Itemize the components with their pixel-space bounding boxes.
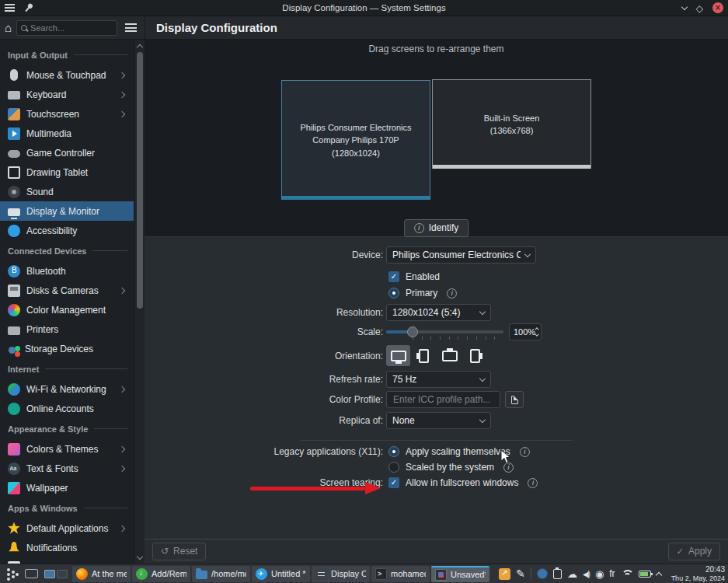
task-system-settings[interactable]: Display Co... <box>312 566 370 582</box>
search-input[interactable] <box>30 23 113 33</box>
reset-button[interactable]: Reset <box>152 543 206 560</box>
tray-status-icon[interactable] <box>537 568 548 579</box>
application-launcher-icon[interactable] <box>3 566 20 582</box>
primary-radio[interactable] <box>388 288 399 298</box>
colors-themes-icon <box>8 443 20 456</box>
sidebar-item-multimedia[interactable]: Multimedia <box>0 124 134 143</box>
close-icon[interactable] <box>712 2 723 13</box>
screen-arrangement-area: Drag screens to re-arrange them Philips … <box>145 40 728 237</box>
tray-expand-icon[interactable] <box>657 571 661 578</box>
identify-button[interactable]: Identify <box>404 219 469 237</box>
pin-icon[interactable] <box>23 2 36 15</box>
sidebar-item-default-applications[interactable]: Default Applications <box>0 518 134 538</box>
digital-clock[interactable]: 20:43 Thu 2, May, 2024 <box>671 565 725 582</box>
tray-annotate-icon[interactable] <box>516 567 525 580</box>
sidebar-item-wifi-networking[interactable]: Wi-Fi & Networking <box>0 379 134 399</box>
sidebar-item-printers[interactable]: Printers <box>0 319 134 339</box>
task-screen-recorder[interactable]: Unsaved* ... <box>431 566 489 582</box>
spin-down-icon[interactable] <box>535 332 539 337</box>
browse-file-button[interactable] <box>505 391 524 408</box>
mouse-icon <box>10 69 18 81</box>
color-profile-input[interactable] <box>386 391 500 408</box>
replica-of-dropdown[interactable]: None <box>386 412 491 429</box>
screen-built-in[interactable]: Built-in Screen (1366x768) <box>432 79 591 169</box>
sidebar-item-display-monitor[interactable]: Display & Monitor <box>0 201 134 221</box>
apply-button[interactable]: Apply <box>668 543 720 560</box>
show-desktop-icon[interactable] <box>25 569 38 578</box>
allow-fullscreen-tearing-checkbox[interactable] <box>388 477 399 488</box>
enabled-checkbox[interactable] <box>388 271 399 282</box>
sidebar-item-color-management[interactable]: Color Management <box>0 300 134 319</box>
sidebar-item-touchscreen[interactable]: Touchscreen <box>0 104 134 124</box>
menu-icon[interactable] <box>125 23 137 32</box>
legacy-scaling-themselves-radio[interactable] <box>388 446 399 457</box>
home-icon[interactable] <box>5 21 12 35</box>
sidebar-scrollbar[interactable] <box>134 40 145 564</box>
tray-weather-icon[interactable] <box>567 568 577 580</box>
virtual-desktop-1[interactable] <box>44 570 55 578</box>
monitor-landscape-icon <box>391 351 406 361</box>
primary-info-icon[interactable] <box>447 288 457 298</box>
orientation-portrait-button[interactable] <box>412 345 436 366</box>
monitor-portrait-icon <box>419 349 429 363</box>
keyboard-layout-indicator[interactable]: fr <box>609 568 615 579</box>
virtual-desktop-2[interactable] <box>57 570 68 578</box>
orientation-landscape-flipped-button[interactable] <box>437 345 462 366</box>
legacy-apps-label: Legacy applications (X11): <box>145 446 383 457</box>
refresh-rate-dropdown[interactable]: 75 Hz <box>386 371 491 388</box>
sidebar-item-window-management[interactable]: Window Management <box>0 557 134 564</box>
resolution-dropdown[interactable]: 1280x1024 (5:4) <box>386 304 491 321</box>
sidebar-item-mouse-touchpad[interactable]: Mouse & Touchpad <box>0 65 134 85</box>
sidebar-item-keyboard[interactable]: Keyboard <box>0 85 134 104</box>
sidebar-item-notifications[interactable]: Notifications <box>0 538 134 557</box>
online-accounts-icon <box>8 403 20 415</box>
tray-clipboard-icon[interactable] <box>553 569 562 579</box>
scroll-up-icon[interactable] <box>137 44 143 51</box>
sidebar-item-colors-themes[interactable]: Colors & Themes <box>0 439 134 459</box>
sidebar-item-text-fonts[interactable]: Text & Fonts <box>0 459 134 478</box>
legacy-scaled-by-system-radio[interactable] <box>388 462 399 473</box>
task-terminal[interactable]: mohamed ... <box>371 566 430 582</box>
display-configuration-panel: Drag screens to re-arrange them Philips … <box>145 40 728 564</box>
scroll-down-icon[interactable] <box>137 553 143 560</box>
spin-up-icon[interactable] <box>535 327 539 332</box>
legacy-option1-info-icon[interactable] <box>520 447 530 457</box>
scale-label: Scale: <box>145 326 383 337</box>
orientation-landscape-button[interactable] <box>386 345 410 366</box>
legacy-option2-info-icon[interactable] <box>503 463 514 473</box>
sidebar-item-storage-devices[interactable]: Storage Devices <box>0 339 134 358</box>
task-file-manager[interactable]: /home/mo... <box>192 566 250 582</box>
task-untitled[interactable]: Untitled * ... <box>252 566 310 582</box>
minimize-icon[interactable] <box>681 3 688 9</box>
sidebar-item-game-controller[interactable]: Game Controller <box>0 143 134 162</box>
display-settings-form: Device: Philips Consumer Electronics Com… <box>145 237 728 539</box>
tray-wifi-icon[interactable] <box>621 569 633 578</box>
orientation-portrait-flipped-button[interactable] <box>463 345 487 366</box>
scale-slider[interactable] <box>386 323 503 340</box>
bluetooth-icon <box>8 265 20 278</box>
sidebar-item-wallpaper[interactable]: Wallpaper <box>0 478 134 497</box>
tearing-info-icon[interactable] <box>528 478 538 488</box>
tray-fan-icon[interactable] <box>595 568 604 580</box>
task-firefox[interactable]: At the mer... <box>72 566 131 582</box>
task-software-center[interactable]: Add/Remo... <box>132 566 190 582</box>
search-box[interactable] <box>16 20 117 36</box>
sidebar-item-online-accounts[interactable]: Online Accounts <box>0 399 134 418</box>
sidebar-item-disks-cameras[interactable]: Disks & Cameras <box>0 281 134 300</box>
device-dropdown[interactable]: Philips Consumer Electronics Company Phi… <box>386 246 536 264</box>
scrollbar-thumb[interactable] <box>137 52 143 309</box>
check-icon <box>677 546 684 557</box>
slider-handle[interactable] <box>407 326 418 337</box>
maximize-icon[interactable] <box>696 1 703 15</box>
tray-volume-icon[interactable] <box>583 570 590 578</box>
virtual-desktop-pager[interactable] <box>44 570 68 578</box>
screen-philips[interactable]: Philips Consumer Electronics Company Phi… <box>281 80 430 200</box>
sidebar-item-accessibility[interactable]: Accessibility <box>0 221 134 240</box>
scale-spinbox[interactable]: 100% <box>509 323 542 340</box>
sidebar-item-drawing-tablet[interactable]: Drawing Tablet <box>0 162 134 182</box>
form-footer: Reset Apply <box>145 539 728 564</box>
sidebar-item-bluetooth[interactable]: Bluetooth <box>0 261 134 281</box>
sidebar-item-sound[interactable]: Sound <box>0 182 134 201</box>
tray-battery-icon[interactable] <box>639 571 651 578</box>
tray-download-icon[interactable] <box>499 568 510 580</box>
